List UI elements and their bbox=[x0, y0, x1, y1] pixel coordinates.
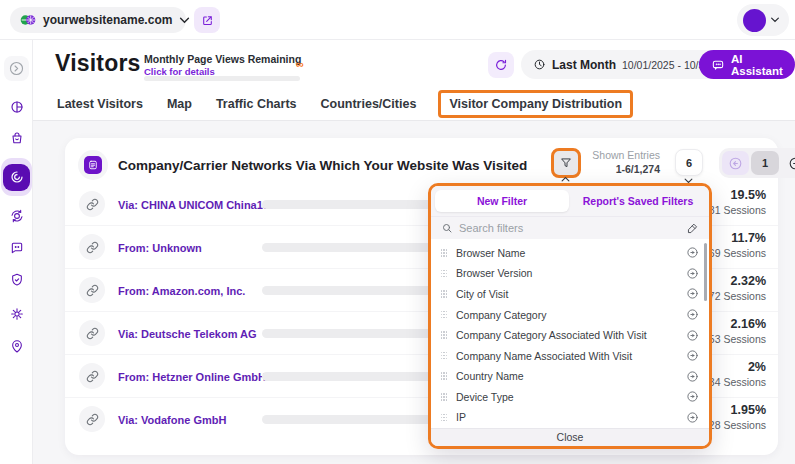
filter-item[interactable]: Country Name bbox=[431, 366, 709, 387]
card-title: Company/Carrier Networks Via Which Your … bbox=[118, 158, 527, 173]
report-tab[interactable]: Latest Visitors bbox=[55, 92, 145, 116]
filter-item[interactable]: Company Category bbox=[431, 304, 709, 325]
network-percent: 2.16% bbox=[731, 317, 766, 331]
filter-list-scrollbar[interactable] bbox=[704, 243, 707, 301]
quota-label: Monthly Page Views Remaining bbox=[144, 53, 314, 65]
drag-handle-icon[interactable] bbox=[440, 392, 448, 401]
filter-item[interactable]: Browser Name bbox=[431, 242, 709, 263]
filter-item[interactable]: IP bbox=[431, 407, 709, 428]
report-icon bbox=[78, 150, 108, 180]
quota-progress-bar bbox=[144, 76, 300, 81]
link-icon bbox=[79, 277, 105, 303]
network-percent: 2% bbox=[748, 360, 766, 374]
arrow-left-circle-icon bbox=[728, 156, 743, 171]
report-tab[interactable]: Countries/Cities bbox=[319, 92, 419, 116]
arrow-right-circle-icon[interactable] bbox=[686, 329, 699, 342]
collapse-sidebar-icon[interactable] bbox=[4, 56, 29, 81]
arrow-right-circle-icon[interactable] bbox=[686, 246, 699, 259]
network-label[interactable]: Via: Vodafone GmbH bbox=[118, 398, 226, 441]
settings-icon[interactable] bbox=[4, 301, 29, 326]
chevron-down-icon bbox=[179, 17, 190, 24]
external-link-icon bbox=[201, 14, 214, 27]
arrow-right-circle-icon[interactable] bbox=[686, 411, 699, 424]
chevron-up-icon[interactable] bbox=[560, 176, 571, 182]
drag-handle-icon[interactable] bbox=[440, 351, 448, 360]
report-tab[interactable]: Traffic Charts bbox=[214, 92, 299, 116]
site-favicon-icon bbox=[20, 13, 36, 27]
page-size-select[interactable]: 6 bbox=[675, 149, 703, 176]
filter-panel-tabs: New Filter Report's Saved Filters bbox=[431, 186, 709, 216]
arrow-right-circle-icon[interactable] bbox=[686, 390, 699, 403]
filter-search-row bbox=[431, 216, 709, 239]
security-icon[interactable] bbox=[4, 267, 29, 292]
report-tab[interactable]: Map bbox=[165, 92, 194, 116]
arrow-right-circle-icon[interactable] bbox=[686, 267, 699, 280]
clock-icon bbox=[533, 58, 546, 71]
report-tab[interactable]: Visitor Company Distribution bbox=[438, 90, 633, 118]
network-sessions: 228 Sessions bbox=[703, 419, 766, 431]
visitors-icon bbox=[9, 169, 25, 185]
network-sessions: 281 Sessions bbox=[703, 204, 766, 216]
current-page[interactable]: 1 bbox=[751, 151, 779, 175]
filter-item-label: Browser Version bbox=[456, 267, 678, 279]
quota-block: Monthly Page Views Remaining Click for d… bbox=[144, 53, 314, 77]
pagination: 1 bbox=[719, 148, 795, 178]
chat-icon[interactable] bbox=[4, 235, 29, 260]
filter-item-label: Browser Name bbox=[456, 247, 678, 259]
avatar bbox=[743, 9, 766, 32]
drag-handle-icon[interactable] bbox=[440, 248, 448, 257]
geolocation-icon[interactable] bbox=[4, 333, 29, 358]
user-menu[interactable] bbox=[737, 4, 789, 36]
arrow-right-circle-icon[interactable] bbox=[686, 370, 699, 383]
filter-item-label: Device Type bbox=[456, 391, 678, 403]
network-label[interactable]: Via: Deutsche Telekom AG bbox=[118, 312, 257, 355]
network-sessions: 369 Sessions bbox=[703, 247, 766, 259]
drag-handle-icon[interactable] bbox=[440, 331, 448, 340]
arrow-right-circle-icon[interactable] bbox=[686, 308, 699, 321]
open-site-button[interactable] bbox=[194, 7, 220, 33]
network-label[interactable]: From: Hetzner Online GmbH bbox=[118, 355, 266, 398]
orders-icon[interactable] bbox=[4, 125, 29, 150]
page-title: Visitors bbox=[55, 50, 141, 77]
filter-item-label: IP bbox=[456, 411, 678, 423]
filter-item[interactable]: City of Visit bbox=[431, 284, 709, 305]
network-label[interactable]: From: Unknown bbox=[118, 226, 202, 269]
shown-entries: Shown Entries 1-6/1,274 bbox=[585, 149, 660, 175]
network-label[interactable]: From: Amazon.com, Inc. bbox=[118, 269, 245, 312]
funnel-icon bbox=[559, 156, 573, 170]
filter-panel-tab[interactable]: Report's Saved Filters bbox=[571, 190, 705, 212]
arrow-right-circle-icon[interactable] bbox=[686, 349, 699, 362]
drag-handle-icon[interactable] bbox=[440, 289, 448, 298]
eraser-icon[interactable] bbox=[686, 222, 699, 235]
filter-panel-tab[interactable]: New Filter bbox=[435, 190, 569, 212]
filter-item[interactable]: Browser Version bbox=[431, 263, 709, 284]
drag-handle-icon[interactable] bbox=[440, 269, 448, 278]
filter-close-button[interactable]: Close bbox=[431, 428, 709, 446]
drag-handle-icon[interactable] bbox=[440, 310, 448, 319]
filter-item-list: Browser Name Browser Version bbox=[431, 239, 709, 427]
ai-assistant-button[interactable]: AI Assistant bbox=[699, 50, 795, 79]
drag-handle-icon[interactable] bbox=[440, 413, 448, 422]
shown-entries-range: 1-6/1,274 bbox=[585, 163, 660, 175]
filter-item[interactable]: Company Name Associated With Visit bbox=[431, 345, 709, 366]
analytics-icon[interactable] bbox=[4, 94, 29, 119]
link-icon bbox=[79, 320, 105, 346]
filter-search-input[interactable] bbox=[459, 222, 680, 234]
sidebar-item-visitors[interactable] bbox=[1, 158, 32, 196]
drag-handle-icon[interactable] bbox=[440, 372, 448, 381]
domain-selector[interactable]: yourwebsitename.com bbox=[10, 7, 186, 33]
retargeting-icon[interactable] bbox=[4, 203, 29, 228]
previous-page-button[interactable] bbox=[722, 151, 749, 175]
arrow-right-circle-icon[interactable] bbox=[686, 287, 699, 300]
filter-button[interactable] bbox=[551, 148, 581, 178]
refresh-button[interactable] bbox=[488, 52, 514, 78]
network-percent: 19.5% bbox=[731, 188, 766, 202]
shown-entries-label: Shown Entries bbox=[585, 149, 660, 161]
filter-item[interactable]: Company Category Associated With Visit bbox=[431, 325, 709, 346]
filter-item[interactable]: Device Type bbox=[431, 387, 709, 408]
arrow-right-circle-icon bbox=[788, 156, 795, 171]
chat-bubble-icon bbox=[711, 58, 725, 72]
next-page-button[interactable] bbox=[781, 151, 795, 175]
filter-item-label: Company Category bbox=[456, 309, 678, 321]
infinity-icon: ∞ bbox=[296, 58, 304, 70]
